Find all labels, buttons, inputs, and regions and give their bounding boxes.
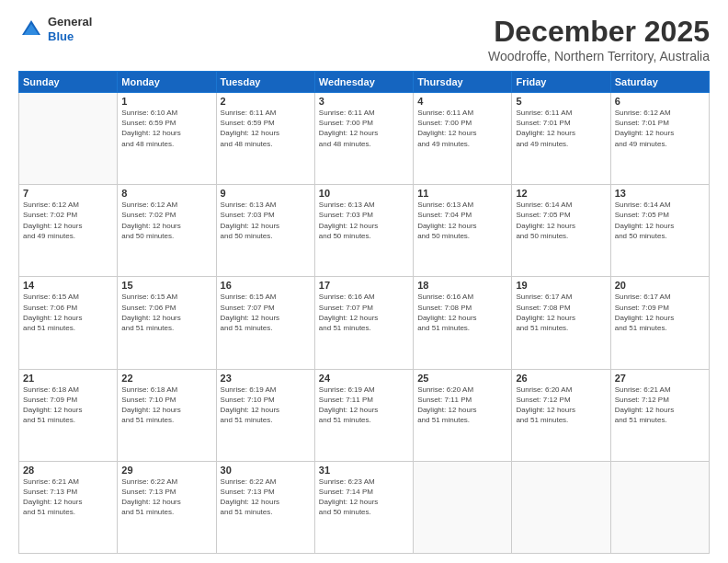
subtitle: Woodroffe, Northern Territory, Australia: [488, 49, 710, 63]
day-number: 18: [417, 280, 507, 291]
day-info: Sunrise: 6:18 AM Sunset: 7:09 PM Dayligh…: [23, 385, 113, 426]
day-info: Sunrise: 6:12 AM Sunset: 7:02 PM Dayligh…: [121, 200, 211, 241]
day-info: Sunrise: 6:17 AM Sunset: 7:08 PM Dayligh…: [516, 292, 606, 333]
table-row: 5Sunrise: 6:11 AM Sunset: 7:01 PM Daylig…: [512, 93, 610, 185]
day-info: Sunrise: 6:19 AM Sunset: 7:11 PM Dayligh…: [319, 385, 409, 426]
day-number: 24: [319, 373, 409, 384]
day-info: Sunrise: 6:15 AM Sunset: 7:07 PM Dayligh…: [221, 292, 311, 333]
day-number: 7: [23, 188, 113, 199]
day-info: Sunrise: 6:20 AM Sunset: 7:11 PM Dayligh…: [417, 385, 507, 426]
logo-blue: Blue: [48, 29, 92, 44]
day-info: Sunrise: 6:11 AM Sunset: 7:01 PM Dayligh…: [516, 108, 606, 149]
day-number: 16: [221, 280, 311, 291]
table-row: 21Sunrise: 6:18 AM Sunset: 7:09 PM Dayli…: [19, 369, 118, 461]
col-saturday: Saturday: [610, 72, 709, 93]
title-block: December 2025 Woodroffe, Northern Territ…: [488, 15, 710, 63]
day-info: Sunrise: 6:11 AM Sunset: 6:59 PM Dayligh…: [221, 108, 311, 149]
calendar-week-row: 1Sunrise: 6:10 AM Sunset: 6:59 PM Daylig…: [19, 93, 710, 185]
table-row: 31Sunrise: 6:23 AM Sunset: 7:14 PM Dayli…: [314, 461, 413, 553]
day-info: Sunrise: 6:12 AM Sunset: 7:01 PM Dayligh…: [615, 108, 705, 149]
table-row: [414, 461, 512, 553]
day-number: 11: [417, 188, 507, 199]
day-info: Sunrise: 6:15 AM Sunset: 7:06 PM Dayligh…: [121, 292, 211, 333]
day-number: 23: [221, 373, 311, 384]
day-info: Sunrise: 6:22 AM Sunset: 7:13 PM Dayligh…: [121, 477, 211, 518]
table-row: 23Sunrise: 6:19 AM Sunset: 7:10 PM Dayli…: [216, 369, 314, 461]
day-info: Sunrise: 6:11 AM Sunset: 7:00 PM Dayligh…: [417, 108, 507, 149]
logo-text: General Blue: [48, 15, 92, 43]
table-row: [512, 461, 610, 553]
day-info: Sunrise: 6:16 AM Sunset: 7:08 PM Dayligh…: [417, 292, 507, 333]
table-row: 10Sunrise: 6:13 AM Sunset: 7:03 PM Dayli…: [314, 185, 413, 277]
day-number: 15: [121, 280, 211, 291]
day-number: 1: [121, 96, 211, 107]
day-number: 13: [615, 188, 705, 199]
calendar-week-row: 21Sunrise: 6:18 AM Sunset: 7:09 PM Dayli…: [19, 369, 710, 461]
calendar-header-row: Sunday Monday Tuesday Wednesday Thursday…: [19, 72, 710, 93]
day-number: 20: [615, 280, 705, 291]
table-row: 28Sunrise: 6:21 AM Sunset: 7:13 PM Dayli…: [19, 461, 118, 553]
col-wednesday: Wednesday: [314, 72, 413, 93]
table-row: 1Sunrise: 6:10 AM Sunset: 6:59 PM Daylig…: [118, 93, 216, 185]
header: General Blue December 2025 Woodroffe, No…: [18, 15, 710, 63]
table-row: 19Sunrise: 6:17 AM Sunset: 7:08 PM Dayli…: [512, 277, 610, 369]
day-info: Sunrise: 6:12 AM Sunset: 7:02 PM Dayligh…: [23, 200, 113, 241]
day-info: Sunrise: 6:18 AM Sunset: 7:10 PM Dayligh…: [121, 385, 211, 426]
col-friday: Friday: [512, 72, 610, 93]
day-info: Sunrise: 6:13 AM Sunset: 7:04 PM Dayligh…: [417, 200, 507, 241]
table-row: [19, 93, 118, 185]
calendar-week-row: 7Sunrise: 6:12 AM Sunset: 7:02 PM Daylig…: [19, 185, 710, 277]
day-number: 25: [417, 373, 507, 384]
day-number: 4: [417, 96, 507, 107]
table-row: 29Sunrise: 6:22 AM Sunset: 7:13 PM Dayli…: [118, 461, 216, 553]
table-row: 7Sunrise: 6:12 AM Sunset: 7:02 PM Daylig…: [19, 185, 118, 277]
day-info: Sunrise: 6:16 AM Sunset: 7:07 PM Dayligh…: [319, 292, 409, 333]
table-row: 17Sunrise: 6:16 AM Sunset: 7:07 PM Dayli…: [314, 277, 413, 369]
day-number: 9: [221, 188, 311, 199]
table-row: 13Sunrise: 6:14 AM Sunset: 7:05 PM Dayli…: [610, 185, 709, 277]
day-number: 30: [221, 465, 311, 476]
table-row: 12Sunrise: 6:14 AM Sunset: 7:05 PM Dayli…: [512, 185, 610, 277]
day-number: 28: [23, 465, 113, 476]
day-number: 21: [23, 373, 113, 384]
day-number: 12: [516, 188, 606, 199]
col-thursday: Thursday: [414, 72, 512, 93]
table-row: 18Sunrise: 6:16 AM Sunset: 7:08 PM Dayli…: [414, 277, 512, 369]
table-row: 27Sunrise: 6:21 AM Sunset: 7:12 PM Dayli…: [610, 369, 709, 461]
day-info: Sunrise: 6:13 AM Sunset: 7:03 PM Dayligh…: [319, 200, 409, 241]
day-number: 6: [615, 96, 705, 107]
calendar-week-row: 14Sunrise: 6:15 AM Sunset: 7:06 PM Dayli…: [19, 277, 710, 369]
day-number: 17: [319, 280, 409, 291]
table-row: 3Sunrise: 6:11 AM Sunset: 7:00 PM Daylig…: [314, 93, 413, 185]
table-row: 6Sunrise: 6:12 AM Sunset: 7:01 PM Daylig…: [610, 93, 709, 185]
table-row: 24Sunrise: 6:19 AM Sunset: 7:11 PM Dayli…: [314, 369, 413, 461]
table-row: 4Sunrise: 6:11 AM Sunset: 7:00 PM Daylig…: [414, 93, 512, 185]
table-row: 22Sunrise: 6:18 AM Sunset: 7:10 PM Dayli…: [118, 369, 216, 461]
day-info: Sunrise: 6:21 AM Sunset: 7:12 PM Dayligh…: [615, 385, 705, 426]
calendar-table: Sunday Monday Tuesday Wednesday Thursday…: [18, 71, 710, 554]
calendar-week-row: 28Sunrise: 6:21 AM Sunset: 7:13 PM Dayli…: [19, 461, 710, 553]
day-number: 2: [221, 96, 311, 107]
day-number: 5: [516, 96, 606, 107]
table-row: 25Sunrise: 6:20 AM Sunset: 7:11 PM Dayli…: [414, 369, 512, 461]
day-number: 8: [121, 188, 211, 199]
day-info: Sunrise: 6:20 AM Sunset: 7:12 PM Dayligh…: [516, 385, 606, 426]
day-number: 27: [615, 373, 705, 384]
table-row: [610, 461, 709, 553]
day-info: Sunrise: 6:14 AM Sunset: 7:05 PM Dayligh…: [516, 200, 606, 241]
logo-general: General: [48, 15, 92, 29]
page: General Blue December 2025 Woodroffe, No…: [0, 0, 728, 563]
table-row: 15Sunrise: 6:15 AM Sunset: 7:06 PM Dayli…: [118, 277, 216, 369]
table-row: 20Sunrise: 6:17 AM Sunset: 7:09 PM Dayli…: [610, 277, 709, 369]
day-info: Sunrise: 6:21 AM Sunset: 7:13 PM Dayligh…: [23, 477, 113, 518]
day-number: 31: [319, 465, 409, 476]
col-sunday: Sunday: [19, 72, 118, 93]
day-number: 22: [121, 373, 211, 384]
day-info: Sunrise: 6:17 AM Sunset: 7:09 PM Dayligh…: [615, 292, 705, 333]
day-info: Sunrise: 6:10 AM Sunset: 6:59 PM Dayligh…: [121, 108, 211, 149]
table-row: 9Sunrise: 6:13 AM Sunset: 7:03 PM Daylig…: [216, 185, 314, 277]
day-number: 3: [319, 96, 409, 107]
day-number: 26: [516, 373, 606, 384]
table-row: 16Sunrise: 6:15 AM Sunset: 7:07 PM Dayli…: [216, 277, 314, 369]
day-number: 19: [516, 280, 606, 291]
